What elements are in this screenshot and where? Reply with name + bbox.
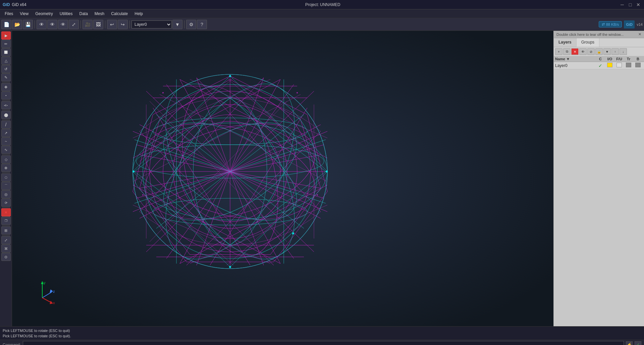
lt-sep1: [2, 82, 10, 82]
layer-tr-box: [626, 63, 631, 67]
menu-files[interactable]: Files: [1, 11, 16, 17]
command-lightning-btn[interactable]: ⚡: [626, 341, 633, 345]
menu-mesh[interactable]: Mesh: [91, 11, 108, 17]
lt-sep9: [2, 235, 10, 235]
gid-logo: GiD: [624, 20, 635, 28]
toolbar-sep4: [129, 20, 130, 28]
menu-geometry[interactable]: Geometry: [32, 11, 56, 17]
tool-cycle[interactable]: ↺: [1, 65, 11, 73]
lt-sep8: [2, 225, 10, 226]
layer-copy-btn[interactable]: ⧉: [563, 48, 571, 55]
panel-tearoff[interactable]: Double click here to tear off the window…: [554, 31, 644, 38]
lt-sep7: [2, 207, 10, 208]
svg-text:y: y: [44, 281, 46, 285]
tool-cube2d[interactable]: ▪: [1, 91, 11, 99]
svg-marker-93: [41, 281, 44, 284]
maximize-button[interactable]: □: [627, 2, 633, 8]
svg-point-90: [142, 194, 144, 196]
layer-io-icon: [605, 63, 614, 68]
tool-diamond[interactable]: ◇: [1, 155, 11, 163]
open-button[interactable]: 📂: [12, 20, 22, 29]
tool-select[interactable]: ▶: [1, 31, 11, 40]
col-tr: Tr: [624, 57, 633, 61]
menu-calculate[interactable]: Calculate: [108, 11, 131, 17]
tool-orbit[interactable]: ⊙: [1, 253, 11, 261]
tool-fan[interactable]: ⌘: [1, 245, 11, 253]
panel-close-icon[interactable]: ✕: [638, 32, 641, 37]
settings-button[interactable]: ⚙: [186, 20, 196, 29]
tool-copy[interactable]: ❐: [1, 217, 11, 225]
tool-arrows4[interactable]: ⤢: [1, 236, 11, 244]
viewport[interactable]: y z x: [12, 31, 553, 326]
svg-point-89: [297, 92, 298, 93]
canvas-area[interactable]: y z x: [12, 31, 553, 326]
tool-triangle[interactable]: △: [1, 57, 11, 65]
minimize-button[interactable]: ─: [619, 2, 625, 8]
menu-data[interactable]: Data: [76, 11, 91, 17]
camera-button[interactable]: 🎥: [83, 20, 93, 29]
view-flat[interactable]: 👁: [47, 20, 57, 29]
network-speed-value: 88 KB/s: [606, 22, 619, 26]
new-button[interactable]: 📄: [1, 20, 11, 29]
tool-grid[interactable]: ⊞: [1, 226, 11, 234]
tool-write[interactable]: ✎: [1, 73, 11, 81]
layer-row[interactable]: Layer0 ✓: [554, 62, 644, 69]
tool-shape3d[interactable]: ⬡: [1, 174, 11, 182]
toolbar: 📄 📂 💾 👁 👁 👁 ⤢ 🎥 🖼 ↩ ↪ Layer0 ▼ ⚙ ? ⇄ 88 …: [0, 18, 644, 31]
tool-fill[interactable]: ⬤: [1, 111, 11, 119]
layer-hide-btn[interactable]: ⊘: [587, 48, 595, 55]
layer-down-btn[interactable]: ↓: [620, 48, 627, 55]
tool-pencil[interactable]: ✏: [1, 40, 11, 48]
tool-line[interactable]: /: [1, 121, 11, 129]
view-3d[interactable]: 👁: [58, 20, 68, 29]
tearoff-label: Double click here to tear off the window…: [556, 32, 624, 37]
render-button[interactable]: 🖼: [93, 20, 103, 29]
window-controls[interactable]: ─ □ ✕: [619, 2, 641, 8]
layer-drop-btn[interactable]: ▼: [172, 20, 182, 29]
tab-groups[interactable]: Groups: [577, 38, 599, 47]
redo-button[interactable]: ↪: [118, 20, 128, 29]
help-button[interactable]: ?: [197, 20, 207, 29]
tool-arrow[interactable]: ↗: [1, 129, 11, 137]
network-speed: ⇄ 88 KB/s: [599, 21, 622, 27]
tool-label[interactable]: •E•: [1, 101, 11, 109]
tool-wave[interactable]: ∿: [1, 146, 11, 154]
tool-curve[interactable]: ~: [1, 137, 11, 145]
layer-b-icon: [633, 63, 643, 68]
command-input[interactable]: [23, 341, 624, 345]
tool-twist[interactable]: ⟳: [1, 199, 11, 207]
menu-view[interactable]: View: [16, 11, 32, 17]
lt-sep3: [2, 110, 10, 110]
version-label: v14: [637, 22, 643, 26]
svg-marker-99: [50, 301, 53, 304]
tool-rect[interactable]: ⬜: [1, 48, 11, 56]
layer-filter-btn[interactable]: ▼: [603, 48, 611, 55]
layer-up-btn[interactable]: ↑: [611, 48, 619, 55]
undo-button[interactable]: ↩: [107, 20, 117, 29]
lt-sep4: [2, 120, 10, 120]
layer-visible-btn[interactable]: 👁: [579, 48, 587, 55]
save-button[interactable]: 💾: [23, 20, 33, 29]
svg-line-95: [42, 292, 52, 298]
svg-point-88: [162, 92, 164, 93]
network-icon: ⇄: [602, 22, 605, 26]
tool-pin[interactable]: ⊕: [1, 164, 11, 172]
menu-help[interactable]: Help: [131, 11, 146, 17]
layer-delete-btn[interactable]: ✕: [571, 48, 579, 55]
tool-cross[interactable]: ✕: [1, 208, 11, 216]
titlebar: GiD GiD x64 Project: UNNAMED ─ □ ✕: [0, 0, 644, 9]
layer-lock-btn[interactable]: 🔒: [595, 48, 603, 55]
tab-layers[interactable]: Layers: [554, 38, 577, 47]
view-normal[interactable]: 👁: [37, 20, 47, 29]
tool-move[interactable]: ✥: [1, 83, 11, 91]
layer-select[interactable]: Layer0: [131, 20, 172, 28]
layers-table: Name ▼ C I/O F/U Tr B Layer0 ✓: [554, 56, 644, 69]
view-fit[interactable]: ⤢: [69, 20, 79, 29]
tool-circle2[interactable]: ◎: [1, 190, 11, 198]
tool-arc[interactable]: ⌒: [1, 182, 11, 190]
menu-utilities[interactable]: Utilities: [56, 11, 76, 17]
command-check-btn[interactable]: ✓: [635, 341, 641, 345]
titlebar-left: GiD GiD x64: [3, 2, 26, 7]
layer-new-btn[interactable]: +: [555, 48, 562, 55]
close-button[interactable]: ✕: [635, 2, 641, 8]
